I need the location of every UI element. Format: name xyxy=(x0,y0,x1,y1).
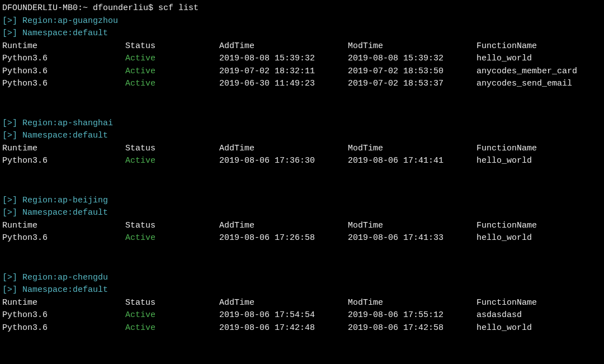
cell-modtime: 2019-08-06 17:55:12 xyxy=(348,309,476,322)
header-modtime: ModTime xyxy=(348,220,476,233)
namespace-label: Namespace:default xyxy=(22,131,108,140)
header-runtime: Runtime xyxy=(2,40,125,53)
namespace-line: [>] Namespace:default xyxy=(2,27,602,40)
table-header: RuntimeStatusAddTimeModTimeFunctionName xyxy=(2,143,602,155)
header-functionname: FunctionName xyxy=(476,297,602,310)
table-row: Python3.6Active2019-07-02 18:32:112019-0… xyxy=(2,65,602,78)
header-modtime: ModTime xyxy=(348,143,476,155)
header-addtime: AddTime xyxy=(219,220,348,233)
table-row: Python3.6Active2019-08-06 17:36:302019-0… xyxy=(2,155,602,168)
cell-modtime: 2019-08-06 17:42:58 xyxy=(348,322,476,335)
namespace-label: Namespace:default xyxy=(22,285,108,295)
cell-runtime: Python3.6 xyxy=(2,78,125,91)
region-line: [>] Region:ap-beijing xyxy=(2,195,602,207)
table-header: RuntimeStatusAddTimeModTimeFunctionName xyxy=(2,297,602,310)
cell-modtime: 2019-07-02 18:53:50 xyxy=(348,65,476,78)
cell-addtime: 2019-08-06 17:42:48 xyxy=(219,322,348,335)
cell-addtime: 2019-08-06 17:26:58 xyxy=(219,232,348,245)
header-addtime: AddTime xyxy=(219,297,348,310)
table-row: Python3.6Active2019-08-08 15:39:322019-0… xyxy=(2,53,602,65)
namespace-label: Namespace:default xyxy=(22,208,108,218)
marker-icon: [>] xyxy=(2,130,17,143)
cell-runtime: Python3.6 xyxy=(2,309,125,322)
terminal-output: DFOUNDERLIU-MB0:~ dfounderliu$ scf list … xyxy=(2,2,602,334)
header-runtime: Runtime xyxy=(2,297,125,310)
cell-runtime: Python3.6 xyxy=(2,53,125,65)
region-line: [>] Region:ap-chengdu xyxy=(2,272,602,285)
cell-status: Active xyxy=(125,53,219,65)
table-row: Python3.6Active2019-08-06 17:42:482019-0… xyxy=(2,322,602,335)
header-runtime: Runtime xyxy=(2,220,125,233)
header-runtime: Runtime xyxy=(2,143,125,155)
region-line: [>] Region:ap-guangzhou xyxy=(2,15,602,28)
table-row: Python3.6Active2019-08-06 17:26:582019-0… xyxy=(2,232,602,245)
cell-functionname: anycodes_send_email xyxy=(476,78,602,91)
header-status: Status xyxy=(125,40,219,53)
prompt-command: scf list xyxy=(158,3,199,13)
cell-modtime: 2019-07-02 18:53:37 xyxy=(348,78,476,91)
header-functionname: FunctionName xyxy=(476,40,602,53)
region-line: [>] Region:ap-shanghai xyxy=(2,117,602,130)
cell-modtime: 2019-08-06 17:41:41 xyxy=(348,155,476,168)
header-modtime: ModTime xyxy=(348,297,476,310)
prompt-line[interactable]: DFOUNDERLIU-MB0:~ dfounderliu$ scf list xyxy=(2,2,602,15)
cell-functionname: hello_world xyxy=(476,232,602,245)
table-row: Python3.6Active2019-06-30 11:49:232019-0… xyxy=(2,78,602,91)
header-functionname: FunctionName xyxy=(476,143,602,155)
cell-status: Active xyxy=(125,65,219,78)
cell-addtime: 2019-08-06 17:36:30 xyxy=(219,155,348,168)
cell-status: Active xyxy=(125,78,219,91)
table-header: RuntimeStatusAddTimeModTimeFunctionName xyxy=(2,40,602,53)
marker-icon: [>] xyxy=(2,207,17,220)
prompt-host: DFOUNDERLIU-MB0:~ xyxy=(2,3,88,13)
marker-icon: [>] xyxy=(2,117,17,130)
marker-icon: [>] xyxy=(2,27,17,40)
cell-status: Active xyxy=(125,309,219,322)
header-status: Status xyxy=(125,143,219,155)
cell-addtime: 2019-08-08 15:39:32 xyxy=(219,53,348,65)
header-status: Status xyxy=(125,220,219,233)
cell-status: Active xyxy=(125,155,219,168)
cell-functionname: asdasdasd xyxy=(476,309,602,322)
table-row: Python3.6Active2019-08-06 17:54:542019-0… xyxy=(2,309,602,322)
cell-functionname: hello_world xyxy=(476,155,602,168)
namespace-label: Namespace:default xyxy=(22,29,108,38)
cell-status: Active xyxy=(125,232,219,245)
cell-functionname: anycodes_member_card xyxy=(476,65,602,78)
region-label: Region:ap-beijing xyxy=(22,196,108,205)
header-functionname: FunctionName xyxy=(476,220,602,233)
cell-modtime: 2019-08-08 15:39:32 xyxy=(348,53,476,65)
marker-icon: [>] xyxy=(2,284,17,297)
marker-icon: [>] xyxy=(2,195,17,207)
cell-functionname: hello_world xyxy=(476,53,602,65)
namespace-line: [>] Namespace:default xyxy=(2,284,602,297)
namespace-line: [>] Namespace:default xyxy=(2,207,602,220)
header-addtime: AddTime xyxy=(219,143,348,155)
cell-addtime: 2019-06-30 11:49:23 xyxy=(219,78,348,91)
cell-addtime: 2019-08-06 17:54:54 xyxy=(219,309,348,322)
cell-functionname: hello_world xyxy=(476,322,602,335)
cell-runtime: Python3.6 xyxy=(2,232,125,245)
cell-runtime: Python3.6 xyxy=(2,65,125,78)
region-label: Region:ap-guangzhou xyxy=(22,16,118,26)
header-status: Status xyxy=(125,297,219,310)
cell-addtime: 2019-07-02 18:32:11 xyxy=(219,65,348,78)
marker-icon: [>] xyxy=(2,15,17,28)
cell-modtime: 2019-08-06 17:41:33 xyxy=(348,232,476,245)
marker-icon: [>] xyxy=(2,272,17,285)
namespace-line: [>] Namespace:default xyxy=(2,130,602,143)
region-label: Region:ap-shanghai xyxy=(22,119,113,128)
header-addtime: AddTime xyxy=(219,40,348,53)
header-modtime: ModTime xyxy=(348,40,476,53)
cell-runtime: Python3.6 xyxy=(2,322,125,335)
table-header: RuntimeStatusAddTimeModTimeFunctionName xyxy=(2,220,602,233)
region-label: Region:ap-chengdu xyxy=(22,273,108,282)
prompt-user: dfounderliu$ xyxy=(93,3,153,13)
cell-status: Active xyxy=(125,322,219,335)
cell-runtime: Python3.6 xyxy=(2,155,125,168)
